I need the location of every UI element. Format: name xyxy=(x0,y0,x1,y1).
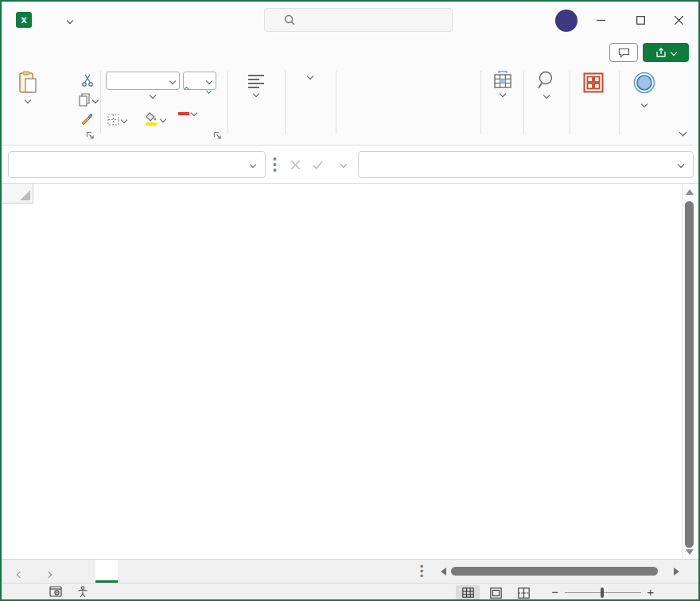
zoom-slider-thumb[interactable] xyxy=(601,587,604,598)
name-box-chevron-icon xyxy=(250,161,256,168)
formula-bar: ••• xyxy=(2,145,698,184)
grid-rows xyxy=(2,204,682,559)
maximize-icon xyxy=(636,16,645,25)
paste-chevron-icon xyxy=(25,97,31,103)
close-button[interactable] xyxy=(665,8,692,32)
cells-button[interactable] xyxy=(484,71,522,96)
search-input[interactable] xyxy=(264,8,453,32)
new-group-icon xyxy=(632,71,656,95)
formula-input[interactable] xyxy=(358,151,694,178)
sheet-tab-sheet1[interactable] xyxy=(95,560,118,583)
prev-sheet-button[interactable] xyxy=(18,567,22,581)
collapse-ribbon-chevron-icon xyxy=(679,129,687,137)
scroll-up-icon[interactable] xyxy=(686,189,694,195)
fill-color-icon xyxy=(146,112,158,126)
comments-button[interactable] xyxy=(609,43,638,62)
format-painter-button[interactable] xyxy=(80,112,94,126)
minimize-button[interactable] xyxy=(587,8,614,32)
borders-button[interactable] xyxy=(107,114,126,126)
underline-button[interactable] xyxy=(148,93,155,98)
vertical-scroll-thumb[interactable] xyxy=(685,201,694,548)
maximize-button[interactable] xyxy=(627,8,654,32)
accessibility-status[interactable] xyxy=(77,586,91,600)
fill-color-button[interactable] xyxy=(146,112,165,126)
cells-chevron-icon xyxy=(500,91,506,97)
share-button[interactable] xyxy=(643,43,689,62)
prev-sheet-chevron-icon xyxy=(17,572,23,578)
excel-window: x xyxy=(0,0,700,601)
font-color-icon xyxy=(178,111,189,115)
new-group-button[interactable] xyxy=(622,71,667,109)
comment-icon xyxy=(618,48,630,58)
vertical-scrollbar[interactable] xyxy=(682,184,696,559)
page-break-view-button[interactable] xyxy=(511,585,535,600)
number-button[interactable] xyxy=(288,71,332,79)
paste-button[interactable] xyxy=(18,71,38,103)
group-separator xyxy=(619,71,620,134)
alignment-button[interactable] xyxy=(231,74,282,96)
group-separator xyxy=(523,71,524,134)
cut-icon xyxy=(81,74,94,87)
copy-icon xyxy=(79,93,91,107)
font-dialog-launcher[interactable] xyxy=(213,131,222,140)
scroll-down-icon[interactable] xyxy=(686,549,694,555)
chevron-down-icon xyxy=(67,17,73,23)
horizontal-scroll-thumb[interactable] xyxy=(451,567,658,576)
addins-button[interactable] xyxy=(573,72,614,95)
document-title[interactable] xyxy=(45,14,72,25)
copy-chevron-icon xyxy=(92,96,99,103)
next-sheet-button[interactable] xyxy=(46,567,51,581)
cut-button[interactable] xyxy=(81,74,94,87)
fill-color-bar xyxy=(146,122,157,126)
borders-icon xyxy=(107,114,119,126)
paste-icon xyxy=(18,71,38,95)
normal-view-button[interactable] xyxy=(456,585,480,600)
status-bar: − + xyxy=(2,583,698,601)
close-icon xyxy=(675,16,683,25)
font-size-combo[interactable] xyxy=(183,72,216,90)
new-group-label-2 xyxy=(642,98,647,109)
alignment-icon xyxy=(247,74,265,88)
font-color-chevron-icon xyxy=(191,110,197,116)
title-bar: x xyxy=(2,2,698,38)
hscroll-left-icon[interactable] xyxy=(441,568,446,576)
cancel-x-icon xyxy=(291,161,300,169)
tab-scroll-drag-handle[interactable]: ••• xyxy=(420,564,423,579)
zoom-slider[interactable] xyxy=(565,592,641,593)
editing-button[interactable] xyxy=(525,71,568,98)
fill-color-chevron-icon xyxy=(160,115,166,122)
font-name-combo[interactable] xyxy=(106,72,180,90)
next-sheet-chevron-icon xyxy=(45,572,52,578)
formula-expand-chevron-icon xyxy=(678,161,684,168)
editing-magnifier-icon xyxy=(537,71,556,90)
sheet-tab-bar: ••• xyxy=(2,559,698,583)
zoom-in-button[interactable]: + xyxy=(647,585,654,599)
select-all-corner[interactable] xyxy=(2,184,33,204)
copy-button[interactable] xyxy=(79,93,98,107)
hscroll-right-icon[interactable] xyxy=(674,568,679,576)
insert-function-button[interactable] xyxy=(328,155,356,174)
clipboard-dialog-launcher[interactable] xyxy=(86,131,95,140)
borders-chevron-icon xyxy=(121,116,127,122)
user-avatar[interactable] xyxy=(555,10,578,32)
collapse-ribbon-button[interactable] xyxy=(680,126,686,138)
cancel-entry-button[interactable] xyxy=(285,155,305,174)
zoom-out-button[interactable]: − xyxy=(551,585,558,599)
share-chevron-icon xyxy=(671,49,677,56)
font-size-chevron-icon xyxy=(206,77,212,83)
checkmark-icon xyxy=(313,161,323,169)
confirm-entry-button[interactable] xyxy=(307,155,328,174)
page-layout-icon xyxy=(490,587,502,599)
search-icon xyxy=(284,14,295,25)
font-color-button[interactable] xyxy=(178,111,196,115)
macro-record-button[interactable] xyxy=(49,586,62,597)
page-layout-view-button[interactable] xyxy=(484,585,508,600)
alignment-chevron-icon xyxy=(253,91,259,97)
accessibility-icon xyxy=(77,586,88,598)
formula-bar-drag-handle[interactable]: ••• xyxy=(273,157,277,173)
font-name-chevron-icon xyxy=(169,77,176,83)
spreadsheet-grid xyxy=(2,184,700,559)
name-box[interactable] xyxy=(8,151,266,178)
editing-chevron-icon xyxy=(543,92,550,99)
group-separator xyxy=(100,71,101,134)
